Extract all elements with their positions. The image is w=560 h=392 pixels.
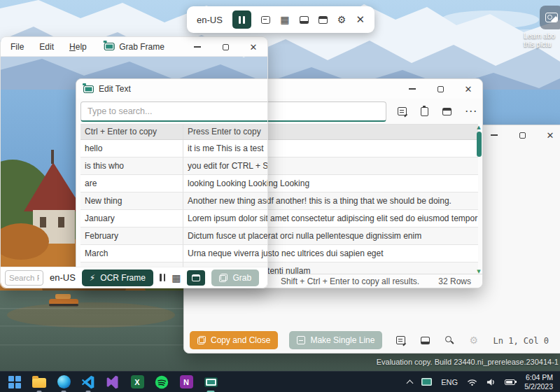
menu-edit[interactable]: Edit <box>36 41 57 53</box>
grab-frame-titlebar: File Edit Help Grab Frame ✕ <box>1 37 267 57</box>
panel-top-icon <box>192 274 200 281</box>
grid-icon[interactable]: ▦ <box>172 273 181 283</box>
single-line-icon <box>297 336 305 344</box>
copy-icon <box>219 274 227 282</box>
panel-bottom-icon[interactable] <box>421 337 430 344</box>
close-button[interactable]: ✕ <box>545 130 556 141</box>
grab-frame-toolbar: en-US ⚡ OCR Frame ▦ Grab <box>1 267 267 288</box>
list-edit-icon[interactable] <box>396 336 405 344</box>
panel-bottom-icon[interactable] <box>300 16 309 24</box>
taskbar-onenote[interactable]: N <box>178 374 194 390</box>
copy-icon <box>197 336 206 344</box>
evaluation-watermark: Evaluation copy. Build 23440.ni_prerelea… <box>377 358 559 366</box>
grab-button[interactable]: Grab <box>211 270 259 286</box>
copy-and-close-button[interactable]: Copy and Close <box>190 331 278 349</box>
language-label[interactable]: en-US <box>50 272 76 283</box>
panel-top-icon[interactable] <box>442 108 451 115</box>
taskbar-spotify[interactable] <box>154 374 169 390</box>
minimize-button[interactable] <box>407 83 418 94</box>
learn-about-picture[interactable]: Learn abo this pictu <box>524 6 560 49</box>
maximize-button[interactable] <box>517 130 528 141</box>
grab-frame-app-icon <box>104 43 114 50</box>
make-single-line-button[interactable]: Make Single Line <box>289 331 382 349</box>
tray-language[interactable]: ENG <box>441 378 458 386</box>
visual-studio-icon <box>106 375 120 389</box>
minimize-button[interactable] <box>489 130 500 141</box>
row-count: 32 Rows <box>438 276 471 286</box>
tray-text-grab-icon[interactable] <box>421 378 432 386</box>
taskbar: X N ENG 6:04 PM 5/2/2023 <box>0 371 560 392</box>
maximize-button[interactable] <box>435 83 446 94</box>
close-icon[interactable]: ✕ <box>356 13 365 26</box>
table-scrollbar[interactable]: ▲ ▼ <box>475 124 482 275</box>
floating-toolbar: en-US ▦ ⚙ ✕ <box>187 6 374 33</box>
search-icon[interactable] <box>445 336 454 344</box>
lightning-icon: ⚡ <box>90 273 95 283</box>
speaker-icon[interactable] <box>486 378 496 386</box>
taskbar-visual-studio[interactable] <box>105 374 120 390</box>
grid-icon[interactable]: ▦ <box>280 15 289 24</box>
start-button[interactable] <box>7 374 22 390</box>
square-minus-icon[interactable] <box>261 16 270 24</box>
language-label[interactable]: en-US <box>197 15 223 25</box>
copy-hint-text: Shift + Ctrl + Enter to copy all results… <box>281 276 419 286</box>
scroll-up-icon[interactable]: ▲ <box>477 125 480 130</box>
taskbar-text-grab[interactable] <box>203 374 218 390</box>
list-edit-icon[interactable] <box>398 107 407 115</box>
spotify-icon <box>155 375 169 389</box>
taskbar-file-explorer[interactable] <box>31 374 47 390</box>
wifi-icon[interactable] <box>467 378 477 386</box>
menu-help[interactable]: Help <box>66 41 90 53</box>
panel-top-icon[interactable] <box>318 16 328 24</box>
gear-icon[interactable]: ⚙ <box>337 15 346 24</box>
maximize-button[interactable] <box>220 41 231 52</box>
learn-caption-line2: this pictu <box>524 41 560 49</box>
pause-button[interactable] <box>232 10 251 29</box>
battery-icon[interactable] <box>505 379 515 385</box>
taskbar-edge[interactable] <box>56 374 71 390</box>
tray-date: 5/2/2023 <box>524 382 553 391</box>
close-button[interactable]: ✕ <box>248 41 259 52</box>
taskbar-vscode[interactable] <box>80 374 96 390</box>
taskbar-excel[interactable]: X <box>130 374 145 390</box>
more-ellipsis-icon[interactable]: ··· <box>465 106 478 116</box>
vscode-icon <box>81 375 95 389</box>
grab-frame-window: File Edit Help Grab Frame ✕ en-US ⚡ OCR … <box>0 36 268 288</box>
tray-chevron-up-icon[interactable] <box>407 379 414 386</box>
panel-top-button[interactable] <box>187 270 205 286</box>
minimize-button[interactable] <box>192 41 203 52</box>
tray-time: 6:04 PM <box>524 373 553 382</box>
picture-icon[interactable] <box>540 6 560 29</box>
close-button[interactable]: ✕ <box>463 83 474 94</box>
ocr-frame-button[interactable]: ⚡ OCR Frame <box>82 270 153 286</box>
learn-caption-line1: Learn abo <box>524 32 560 41</box>
caret-position-status: Ln 1, Col 0 <box>493 336 549 346</box>
clipboard-icon[interactable] <box>421 107 428 116</box>
gear-icon[interactable]: ⚙ <box>469 335 478 345</box>
scrollbar-thumb[interactable] <box>477 132 482 157</box>
window-title: Grab Frame <box>119 42 164 52</box>
menu-file[interactable]: File <box>8 41 27 53</box>
clock[interactable]: 6:04 PM 5/2/2023 <box>524 373 553 391</box>
search-for-input[interactable] <box>5 270 43 286</box>
pause-icon[interactable] <box>160 274 165 281</box>
